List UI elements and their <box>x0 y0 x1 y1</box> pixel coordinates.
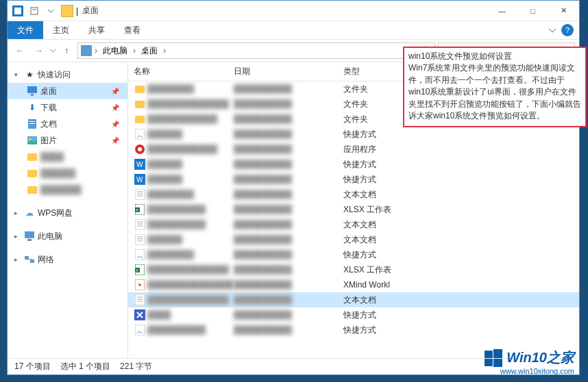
crumb-separator[interactable]: › <box>162 46 167 55</box>
file-type-icon <box>134 309 146 321</box>
back-button[interactable]: ← <box>12 42 28 59</box>
sidebar-folder[interactable]: ████ <box>8 149 127 165</box>
app-icon[interactable] <box>10 3 25 18</box>
maximize-button[interactable]: □ <box>517 1 548 21</box>
file-name: ██████████████ <box>147 295 234 305</box>
svg-point-20 <box>138 147 142 151</box>
file-date: ██████████ <box>234 84 343 94</box>
sidebar-item-label: 此电脑 <box>38 231 62 242</box>
network-icon <box>24 254 35 265</box>
file-name: ████████ <box>147 84 234 94</box>
svg-rect-7 <box>31 94 34 96</box>
tab-home[interactable]: 主页 <box>43 21 79 39</box>
tab-file[interactable]: 文件 <box>8 21 43 39</box>
title-divider: | <box>76 6 78 16</box>
sidebar-downloads[interactable]: ⬇ 下载 📌 <box>8 99 127 116</box>
file-row[interactable]: ██████████████████快捷方式 <box>128 247 579 262</box>
file-date: ██████████ <box>234 295 343 305</box>
column-header-name[interactable]: 名称 <box>134 66 234 77</box>
file-type-icon: X <box>134 203 146 216</box>
sidebar-desktop[interactable]: 桌面 📌 <box>8 83 127 99</box>
file-type-icon: W <box>134 173 146 186</box>
history-dropdown-icon[interactable] <box>50 48 56 53</box>
sidebar-wps[interactable]: ▸☁WPS网盘 <box>8 205 127 221</box>
pin-icon: 📌 <box>111 137 119 144</box>
file-date: ██████████ <box>234 325 343 335</box>
sidebar-item-label: WPS网盘 <box>38 207 73 219</box>
sidebar-item-label: 图片 <box>40 135 57 147</box>
sidebar-quick-access[interactable]: ▾★ 快速访问 <box>8 66 127 83</box>
svg-rect-36 <box>135 234 145 245</box>
download-icon: ⬇ <box>27 102 38 113</box>
status-selected-count: 选中 1 个项目 <box>60 361 110 372</box>
file-type-icon <box>134 279 146 291</box>
file-row[interactable]: X████████████████████████XLSX 工作表 <box>128 262 579 277</box>
file-row[interactable]: ██████████████████████████XMind Workl <box>128 277 579 292</box>
pin-icon: 📌 <box>111 104 119 112</box>
svg-rect-18 <box>135 129 145 140</box>
file-row[interactable]: W████████████████快捷方式 <box>128 157 579 172</box>
sidebar-documents[interactable]: 文档 📌 <box>8 116 127 132</box>
file-row[interactable]: ████████████████████文本文档 <box>128 217 579 232</box>
svg-text:W: W <box>136 161 143 168</box>
file-row[interactable]: ████████████████快捷方式 <box>128 127 579 142</box>
file-row[interactable]: X████████████████████XLSX 工作表 <box>128 202 579 217</box>
file-name: ████████████ <box>147 114 234 124</box>
quick-access-toolbar <box>8 3 58 18</box>
file-row[interactable]: ████████████████████快捷方式 <box>128 322 579 338</box>
svg-rect-55 <box>493 359 502 367</box>
file-name: ████████████ <box>147 144 234 154</box>
file-name: ██████████ <box>147 205 234 214</box>
file-row[interactable]: ██████████████████文本文档 <box>128 187 579 202</box>
close-button[interactable]: ✕ <box>548 1 579 21</box>
address-bar[interactable]: › 此电脑 › 桌面 › <box>77 42 435 59</box>
sidebar-folder[interactable]: ███████ <box>8 181 127 198</box>
pin-icon: 📌 <box>111 120 119 128</box>
file-row[interactable]: W████████████████快捷方式 <box>128 172 579 187</box>
svg-text:W: W <box>136 176 143 183</box>
crumb-separator[interactable]: › <box>93 46 99 55</box>
svg-rect-14 <box>27 239 32 241</box>
file-row[interactable]: ██████████████████████应用程序 <box>128 142 579 157</box>
minimize-button[interactable]: — <box>487 1 517 21</box>
file-row[interactable]: ████████████████文本文档 <box>128 232 579 247</box>
file-name: ████████ <box>147 250 234 259</box>
help-icon[interactable]: ? <box>561 24 574 36</box>
file-name: ██████████ <box>147 325 234 335</box>
qat-properties-icon[interactable] <box>27 3 42 18</box>
file-type-icon <box>134 218 146 231</box>
file-row[interactable]: ██████████████快捷方式 <box>128 307 579 322</box>
sidebar-folder[interactable]: ██████ <box>8 165 127 181</box>
file-type-icon: W <box>134 158 146 170</box>
file-date: ██████████ <box>234 310 343 320</box>
file-type-icon <box>134 324 146 336</box>
file-type: XLSX 工作表 <box>343 264 419 276</box>
tab-view[interactable]: 查看 <box>114 21 150 39</box>
preview-pane-overlay: win10系统文件预览如何设置 Win7系统常用文件夹里的预览功能快速阅读文件，… <box>403 47 587 127</box>
cloud-icon: ☁ <box>24 207 35 218</box>
sidebar-this-pc[interactable]: ▸此电脑 <box>8 228 127 244</box>
sidebar-item-label: 下载 <box>40 102 57 114</box>
star-icon: ★ <box>24 69 35 80</box>
file-type-icon <box>134 98 146 110</box>
ribbon-expand-icon[interactable] <box>549 27 556 34</box>
qat-dropdown-icon[interactable] <box>43 3 58 18</box>
ribbon-help-area: ? <box>549 21 579 39</box>
crumb-desktop[interactable]: 桌面 <box>138 45 160 57</box>
svg-rect-52 <box>485 351 493 358</box>
sidebar-pictures[interactable]: 图片 📌 <box>8 132 127 149</box>
sidebar-network[interactable]: ▸网络 <box>8 251 127 268</box>
file-row[interactable]: ████████████████████████文本文档 <box>128 292 579 307</box>
svg-point-45 <box>138 283 141 286</box>
crumb-this-pc[interactable]: 此电脑 <box>100 45 130 57</box>
column-header-date[interactable]: 日期 <box>234 66 343 77</box>
crumb-separator[interactable]: › <box>132 46 137 55</box>
file-name: ████████████████ <box>147 280 234 290</box>
forward-button[interactable]: → <box>31 42 47 59</box>
file-type-icon: X <box>134 264 146 276</box>
file-date: ██████████ <box>234 280 343 290</box>
tab-share[interactable]: 共享 <box>79 21 114 39</box>
navigation-pane[interactable]: ▾★ 快速访问 桌面 📌 ⬇ 下载 📌 文档 📌 图片 📌 <box>8 62 128 358</box>
file-date: ██████████ <box>234 250 343 259</box>
up-button[interactable]: ↑ <box>58 42 75 59</box>
